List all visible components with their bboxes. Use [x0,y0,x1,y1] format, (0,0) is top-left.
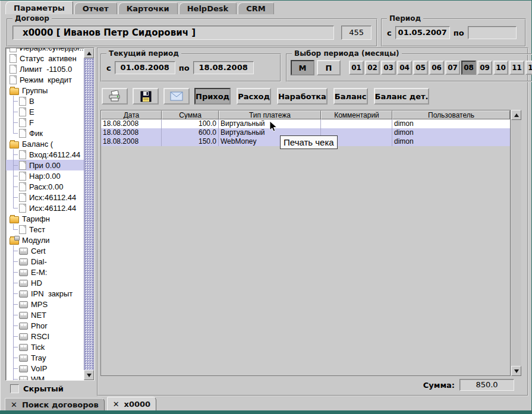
tree-item[interactable]: MPS [6,299,84,309]
month-button[interactable]: 11 [509,61,524,75]
month-button[interactable]: 06 [429,61,444,75]
contract-code-field[interactable]: 455 [341,26,372,40]
table-row[interactable]: 18.08.2008 100.0 Виртуальный dimon [101,119,510,128]
tree-item[interactable]: Расх:0.00 [6,181,84,192]
month-button[interactable]: 08 [461,61,476,75]
close-tab-icon[interactable]: ✕ [11,400,17,409]
tree-item[interactable]: Фик [6,128,84,138]
month-button[interactable]: 10 [493,61,508,75]
report-button[interactable]: Баланс [333,88,368,105]
period-to-field[interactable] [468,26,517,39]
mail-button[interactable] [163,88,190,105]
table-column-header[interactable]: Комментарий [321,110,392,119]
month-button[interactable]: 09 [477,61,492,75]
report-button[interactable]: Баланс дет. [374,88,430,105]
tree-item-icon [19,333,28,340]
tree-item[interactable]: Группы [6,85,84,96]
tree-item[interactable]: Е [6,106,84,117]
top-tab[interactable]: HelpDesk [179,2,237,14]
tree-item[interactable]: Cert [6,245,84,256]
month-button[interactable]: 12 [525,61,532,75]
month-button[interactable]: 02 [365,61,380,75]
table-column-header[interactable]: Пользователь [392,110,510,119]
envelope-icon [170,91,183,101]
arrow-down-icon [514,369,519,373]
tree-item[interactable]: HD [6,277,84,288]
tree-item-icon [10,65,17,74]
tree-item[interactable]: Модули [6,235,84,245]
table-column-header[interactable]: Тип платежа [219,110,321,119]
tree-item-icon [19,193,26,202]
scroll-down-button[interactable] [84,370,94,380]
tree-item[interactable]: Нар:0.00 [6,170,84,181]
tree-item[interactable]: Тарифн [6,213,84,224]
tree-item[interactable]: Иерарх.супердог.. [6,48,84,53]
tree-item[interactable]: Исх:46112.44 [6,203,84,213]
tree-item[interactable]: RSCI [6,331,84,342]
tree-scrollbar[interactable] [84,48,94,380]
month-button[interactable]: 04 [397,61,412,75]
tree-item[interactable]: Статус активен [6,53,84,64]
tree-item[interactable]: Баланс ( [6,138,84,149]
table-scroll-down-button[interactable] [511,366,521,376]
tree-item[interactable]: NET [6,309,84,320]
period-from-field[interactable]: 01.05.2007 [395,26,450,39]
top-tab[interactable]: Параметры [5,1,73,14]
tree-item-icon [10,54,17,63]
current-to-field[interactable]: 18.08.2008 [193,61,254,74]
report-button[interactable]: Наработка [277,88,328,105]
tree-item-icon [19,290,28,298]
tree-item[interactable]: Tray [6,352,84,363]
tree-item[interactable]: В [6,96,84,106]
top-tab-label: Параметры [14,4,65,12]
save-button[interactable] [133,88,159,105]
tree-item[interactable]: WM [6,374,84,380]
month-button[interactable]: 07 [445,61,460,75]
document-tab[interactable]: ✕ x0000 [107,397,156,410]
table-scrollbar-track[interactable] [511,120,521,366]
tree-item[interactable]: E-M: [6,267,84,277]
current-from-field[interactable]: 01.08.2008 [115,61,175,74]
month-button[interactable]: 03 [381,61,396,75]
tree-item[interactable]: Dial- [6,256,84,267]
document-tab[interactable]: ✕ Поиск договоров [5,398,105,410]
scroll-up-button[interactable] [84,48,94,58]
table-scrollbar[interactable] [511,110,521,376]
top-tab[interactable]: CRM [238,2,274,14]
tree-item[interactable]: Режим кредит [6,74,84,85]
tree-item[interactable]: VoIP [6,363,84,374]
table-scroll-up-button[interactable] [511,110,521,120]
top-tab[interactable]: Отчет [74,2,117,14]
tree-item-icon [10,75,17,84]
print-button[interactable] [102,88,128,105]
tree-item[interactable]: Исх:46112.44 [6,192,84,203]
tree-item-label: IPN закрыт [31,289,73,298]
tree-item[interactable]: Phor [6,320,84,331]
cell-sum: 100.0 [162,119,219,128]
table-column-header[interactable]: Дата [101,110,162,119]
period-to-label: по [454,29,464,37]
tree-item-label: WM [31,375,45,381]
hidden-checkbox[interactable] [10,384,19,393]
tree-item[interactable]: IPN закрыт [6,288,84,299]
tree-item[interactable]: Tick [6,342,84,352]
tree-scrollbar-thumb[interactable] [84,58,94,370]
close-tab-icon[interactable]: ✕ [113,400,119,409]
contract-field[interactable]: x0000 [ Иванов Петр Сидорович ] [12,26,334,40]
report-button[interactable]: Расход [237,88,271,105]
tree-item[interactable]: Лимит -1105.0 [6,64,84,74]
tree-item[interactable]: При 0.00 [6,160,84,170]
month-button[interactable]: 01 [349,61,364,75]
tree-item[interactable]: F [6,117,84,128]
tree-item-icon [19,312,28,319]
table-column-header[interactable]: Сумма [162,110,219,119]
tree-item[interactable]: Вход:46112.44 [6,149,84,160]
top-tab[interactable]: Карточки [118,2,178,14]
month-button[interactable]: 05 [413,61,428,75]
report-button[interactable]: Приход [194,88,231,105]
tree-item-label: Тарифн [22,214,50,223]
tree-item[interactable]: Тест [6,224,84,235]
period-mode-button[interactable]: П [317,60,341,75]
tree-item-label: Cert [31,246,46,255]
period-mode-button[interactable]: М [291,60,314,75]
